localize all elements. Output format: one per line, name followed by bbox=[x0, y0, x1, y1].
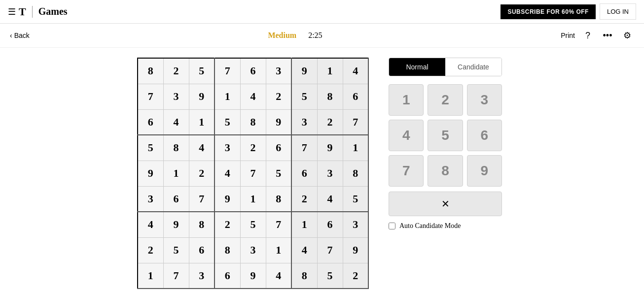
sudoku-cell[interactable]: 3 bbox=[291, 109, 317, 135]
help-button[interactable]: ? bbox=[581, 29, 595, 42]
sudoku-cell[interactable]: 6 bbox=[240, 58, 266, 84]
settings-button[interactable]: ⚙ bbox=[620, 29, 634, 42]
sudoku-cell[interactable]: 1 bbox=[240, 186, 266, 212]
auto-candidate-checkbox[interactable] bbox=[389, 223, 395, 229]
num-button-2[interactable]: 2 bbox=[428, 84, 463, 116]
sudoku-cell[interactable]: 7 bbox=[266, 212, 291, 237]
sudoku-cell[interactable]: 3 bbox=[240, 237, 266, 263]
sudoku-cell[interactable]: 6 bbox=[291, 161, 317, 186]
sudoku-cell[interactable]: 9 bbox=[189, 84, 215, 109]
candidate-mode-button[interactable]: Candidate bbox=[445, 58, 501, 76]
sudoku-cell[interactable]: 3 bbox=[138, 186, 163, 212]
num-button-9[interactable]: 9 bbox=[467, 155, 502, 187]
sudoku-cell[interactable]: 2 bbox=[163, 58, 189, 84]
sudoku-cell[interactable]: 5 bbox=[317, 263, 343, 289]
sudoku-cell[interactable]: 4 bbox=[240, 84, 266, 109]
sudoku-cell[interactable]: 9 bbox=[138, 161, 163, 186]
sudoku-cell[interactable]: 9 bbox=[240, 263, 266, 289]
sudoku-cell[interactable]: 4 bbox=[163, 109, 189, 135]
sudoku-cell[interactable]: 3 bbox=[266, 58, 291, 84]
sudoku-cell[interactable]: 1 bbox=[163, 161, 189, 186]
sudoku-cell[interactable]: 2 bbox=[189, 161, 215, 186]
sudoku-cell[interactable]: 1 bbox=[343, 135, 368, 161]
sudoku-cell[interactable]: 8 bbox=[240, 109, 266, 135]
sudoku-cell[interactable]: 2 bbox=[266, 84, 291, 109]
num-button-6[interactable]: 6 bbox=[467, 120, 502, 151]
sudoku-cell[interactable]: 2 bbox=[291, 186, 317, 212]
sudoku-cell[interactable]: 7 bbox=[215, 58, 240, 84]
sudoku-cell[interactable]: 3 bbox=[163, 84, 189, 109]
sudoku-cell[interactable]: 1 bbox=[215, 84, 240, 109]
erase-button[interactable]: ✕ bbox=[389, 192, 502, 216]
sudoku-cell[interactable]: 7 bbox=[138, 84, 163, 109]
sudoku-cell[interactable]: 7 bbox=[163, 263, 189, 289]
num-button-4[interactable]: 4 bbox=[389, 120, 424, 151]
sudoku-cell[interactable]: 5 bbox=[291, 84, 317, 109]
num-button-8[interactable]: 8 bbox=[428, 155, 463, 187]
sudoku-cell[interactable]: 6 bbox=[343, 84, 368, 109]
sudoku-cell[interactable]: 3 bbox=[343, 212, 368, 237]
sudoku-cell[interactable]: 6 bbox=[317, 212, 343, 237]
back-button[interactable]: ‹ Back bbox=[10, 32, 30, 39]
sudoku-cell[interactable]: 7 bbox=[189, 186, 215, 212]
sudoku-cell[interactable]: 5 bbox=[163, 237, 189, 263]
sudoku-cell[interactable]: 3 bbox=[189, 263, 215, 289]
sudoku-cell[interactable]: 1 bbox=[189, 109, 215, 135]
sudoku-cell[interactable]: 4 bbox=[266, 263, 291, 289]
sudoku-cell[interactable]: 1 bbox=[138, 263, 163, 289]
sudoku-cell[interactable]: 5 bbox=[215, 109, 240, 135]
sudoku-cell[interactable]: 4 bbox=[215, 161, 240, 186]
sudoku-cell[interactable]: 2 bbox=[215, 212, 240, 237]
sudoku-cell[interactable]: 8 bbox=[215, 237, 240, 263]
sudoku-cell[interactable]: 8 bbox=[189, 212, 215, 237]
sudoku-cell[interactable]: 6 bbox=[189, 237, 215, 263]
more-button[interactable]: ••• bbox=[601, 29, 614, 42]
sudoku-cell[interactable]: 4 bbox=[317, 186, 343, 212]
sudoku-cell[interactable]: 7 bbox=[291, 135, 317, 161]
sudoku-cell[interactable]: 2 bbox=[317, 109, 343, 135]
sudoku-cell[interactable]: 9 bbox=[317, 135, 343, 161]
sudoku-cell[interactable]: 4 bbox=[138, 212, 163, 237]
sudoku-cell[interactable]: 5 bbox=[240, 212, 266, 237]
sudoku-cell[interactable]: 6 bbox=[266, 135, 291, 161]
sudoku-cell[interactable]: 9 bbox=[266, 109, 291, 135]
num-button-3[interactable]: 3 bbox=[467, 84, 502, 116]
sudoku-cell[interactable]: 1 bbox=[291, 212, 317, 237]
sudoku-cell[interactable]: 8 bbox=[266, 186, 291, 212]
sudoku-cell[interactable]: 6 bbox=[138, 109, 163, 135]
sudoku-cell[interactable]: 5 bbox=[138, 135, 163, 161]
sudoku-cell[interactable]: 6 bbox=[215, 263, 240, 289]
sudoku-cell[interactable]: 5 bbox=[266, 161, 291, 186]
subscribe-button[interactable]: SUBSCRIBE FOR 60% OFF bbox=[501, 4, 596, 19]
login-button[interactable]: LOG IN bbox=[600, 3, 636, 20]
sudoku-cell[interactable]: 3 bbox=[317, 161, 343, 186]
sudoku-grid[interactable]: 8257639147391425866415893275843267919124… bbox=[137, 58, 369, 289]
normal-mode-button[interactable]: Normal bbox=[389, 58, 445, 76]
hamburger-icon[interactable]: ☰ bbox=[8, 6, 16, 17]
sudoku-cell[interactable]: 7 bbox=[343, 109, 368, 135]
sudoku-cell[interactable]: 4 bbox=[189, 135, 215, 161]
sudoku-cell[interactable]: 6 bbox=[163, 186, 189, 212]
sudoku-cell[interactable]: 5 bbox=[343, 186, 368, 212]
num-button-1[interactable]: 1 bbox=[389, 84, 424, 116]
sudoku-cell[interactable]: 2 bbox=[138, 237, 163, 263]
sudoku-cell[interactable]: 7 bbox=[240, 161, 266, 186]
sudoku-cell[interactable]: 4 bbox=[343, 58, 368, 84]
num-button-7[interactable]: 7 bbox=[389, 155, 424, 187]
sudoku-cell[interactable]: 1 bbox=[317, 58, 343, 84]
num-button-5[interactable]: 5 bbox=[428, 120, 463, 151]
sudoku-cell[interactable]: 8 bbox=[291, 263, 317, 289]
sudoku-cell[interactable]: 8 bbox=[138, 58, 163, 84]
sudoku-cell[interactable]: 9 bbox=[343, 237, 368, 263]
sudoku-cell[interactable]: 8 bbox=[343, 161, 368, 186]
sudoku-cell[interactable]: 8 bbox=[163, 135, 189, 161]
sudoku-cell[interactable]: 1 bbox=[266, 237, 291, 263]
sudoku-cell[interactable]: 4 bbox=[291, 237, 317, 263]
sudoku-cell[interactable]: 2 bbox=[343, 263, 368, 289]
sudoku-cell[interactable]: 8 bbox=[317, 84, 343, 109]
sudoku-cell[interactable]: 5 bbox=[189, 58, 215, 84]
sudoku-cell[interactable]: 3 bbox=[215, 135, 240, 161]
sudoku-cell[interactable]: 9 bbox=[291, 58, 317, 84]
print-button[interactable]: Print bbox=[561, 32, 575, 39]
sudoku-cell[interactable]: 9 bbox=[215, 186, 240, 212]
